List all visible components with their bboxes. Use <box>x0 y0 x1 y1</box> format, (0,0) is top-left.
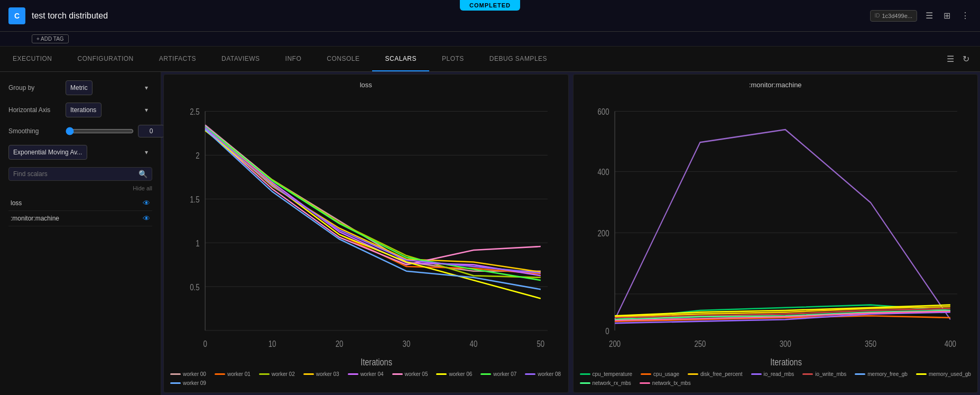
monitor-chart-container: :monitor:machine 600 400 200 <box>573 74 978 393</box>
refresh-icon[interactable]: ↻ <box>960 52 972 66</box>
loss-chart-legend: worker 00 worker 01 worker 02 worker 03 <box>170 371 562 386</box>
legend-worker01: worker 01 <box>215 371 251 377</box>
tab-configuration[interactable]: CONFIGURATION <box>65 47 146 71</box>
smoothing-value-input[interactable] <box>138 125 164 137</box>
loss-chart-body: 2.5 2 1.5 1 0.5 0 10 20 30 40 50 Iterati… <box>170 93 562 367</box>
scalar-name-loss: loss <box>11 199 22 207</box>
tab-icons: ☰ ↻ <box>945 52 980 66</box>
search-icon: 🔍 <box>138 170 147 178</box>
loss-chart-title: loss <box>170 81 562 89</box>
loss-chart-svg: 2.5 2 1.5 1 0.5 0 10 20 30 40 50 Iterati… <box>170 93 562 367</box>
svg-text:0: 0 <box>605 326 609 336</box>
svg-text:400: 400 <box>944 338 956 348</box>
main-layout: Group by Metric Tag None Horizontal Axis… <box>0 72 980 395</box>
status-badge: COMPLETED <box>460 0 520 11</box>
legend-network-tx: network_tx_mbs <box>640 380 691 386</box>
svg-text:300: 300 <box>779 338 791 348</box>
ema-select-wrapper: Exponential Moving Av... None <box>8 145 152 160</box>
legend-memory-used: memory_used_gb <box>916 371 971 377</box>
monitor-chart-legend: cpu_temperature cpu_usage disk_free_perc… <box>580 371 972 386</box>
add-tag-button[interactable]: + ADD TAG <box>32 34 69 43</box>
legend-worker04: worker 04 <box>348 371 384 377</box>
search-row: 🔍 <box>8 167 152 181</box>
tag-row: + ADD TAG <box>0 32 980 47</box>
legend-cpu-usage: cpu_usage <box>641 371 679 377</box>
svg-text:30: 30 <box>403 338 411 348</box>
hide-all-label: Hide all <box>133 185 152 191</box>
horizontal-axis-label: Horizontal Axis <box>8 106 61 114</box>
svg-text:0.5: 0.5 <box>190 282 199 292</box>
top-bar: C test torch distributed COMPLETED ID 1c… <box>0 0 980 32</box>
tab-console[interactable]: CONSOLE <box>314 47 372 71</box>
svg-text:350: 350 <box>865 338 876 348</box>
smoothing-label: Smoothing <box>8 127 61 135</box>
svg-text:40: 40 <box>470 338 478 348</box>
legend-worker08: worker 08 <box>525 371 561 377</box>
scalar-name-monitor: :monitor:machine <box>11 215 59 222</box>
svg-text:2: 2 <box>196 151 199 161</box>
legend-cpu-temp: cpu_temperature <box>580 371 633 377</box>
tab-dataviews[interactable]: DATAVIEWS <box>209 47 273 71</box>
scalar-item-loss[interactable]: loss 👁 <box>8 196 152 211</box>
monitor-chart-title: :monitor:machine <box>580 81 972 89</box>
tab-artifacts[interactable]: ARTIFACTS <box>146 47 209 71</box>
list-view-icon[interactable]: ☰ <box>945 52 956 66</box>
top-bar-actions: ID 1c3d499e... ☰ ⊞ ⋮ <box>870 8 972 23</box>
svg-text:50: 50 <box>537 338 544 348</box>
svg-text:1: 1 <box>196 238 199 248</box>
svg-text:600: 600 <box>597 107 609 117</box>
group-by-select-wrapper: Metric Tag None <box>66 80 152 95</box>
svg-text:250: 250 <box>694 338 706 348</box>
group-by-label: Group by <box>8 84 61 91</box>
horizontal-axis-select-wrapper: Iterations Time Epoch <box>66 103 152 117</box>
ema-select[interactable]: Exponential Moving Av... None <box>8 145 87 160</box>
legend-worker00: worker 00 <box>170 371 206 377</box>
charts-row: loss 2.5 2 1.5 <box>161 72 980 395</box>
tab-execution[interactable]: EXECUTION <box>0 47 65 71</box>
loss-chart-container: loss 2.5 2 1.5 <box>163 74 569 393</box>
app-logo: C <box>8 7 25 24</box>
tab-scalars[interactable]: SCALARS <box>372 47 429 71</box>
legend-worker06: worker 06 <box>436 371 472 377</box>
tab-plots[interactable]: PLOTS <box>429 47 477 71</box>
legend-io-write: io_write_mbs <box>802 371 846 377</box>
svg-text:10: 10 <box>269 338 276 348</box>
group-by-row: Group by Metric Tag None <box>8 80 152 95</box>
horizontal-axis-select[interactable]: Iterations Time Epoch <box>66 103 101 117</box>
group-by-select[interactable]: Metric Tag None <box>66 80 93 95</box>
legend-worker07: worker 07 <box>480 371 516 377</box>
tab-info[interactable]: INFO <box>273 47 315 71</box>
svg-text:Iterations: Iterations <box>360 356 392 367</box>
svg-text:0: 0 <box>203 338 207 348</box>
notes-icon-button[interactable]: ☰ <box>923 8 935 23</box>
legend-io-read: io_read_mbs <box>751 371 794 377</box>
legend-memory-free: memory_free_gb <box>855 371 908 377</box>
legend-worker02: worker 02 <box>259 371 295 377</box>
tab-debug-samples[interactable]: DEBUG SAMPLES <box>477 47 560 71</box>
svg-text:Iterations: Iterations <box>770 356 802 367</box>
menu-icon-button[interactable]: ⋮ <box>959 8 972 23</box>
svg-text:1.5: 1.5 <box>190 194 199 204</box>
smoothing-row: Smoothing <box>8 125 152 137</box>
monitor-chart-svg: 600 400 200 0 200 250 300 350 400 Iterat… <box>580 93 972 367</box>
svg-text:400: 400 <box>597 167 609 177</box>
scalar-item-monitor[interactable]: :monitor:machine 👁 <box>8 211 152 226</box>
hide-all-row: Hide all <box>8 185 152 191</box>
svg-text:2.5: 2.5 <box>190 107 199 117</box>
legend-worker03: worker 03 <box>303 371 339 377</box>
task-id-badge: ID 1c3d499e... <box>870 10 918 22</box>
nav-tabs: EXECUTION CONFIGURATION ARTIFACTS DATAVI… <box>0 47 980 72</box>
smoothing-slider[interactable] <box>66 127 134 135</box>
legend-worker09: worker 09 <box>170 380 206 386</box>
eye-icon-loss[interactable]: 👁 <box>143 199 150 207</box>
image-icon-button[interactable]: ⊞ <box>941 8 953 23</box>
legend-disk-free: disk_free_percent <box>688 371 743 377</box>
search-input[interactable] <box>13 170 138 178</box>
eye-icon-monitor[interactable]: 👁 <box>143 214 150 223</box>
app-title: test torch distributed <box>32 11 108 21</box>
sidebar: Group by Metric Tag None Horizontal Axis… <box>0 72 161 395</box>
legend-network-rx: network_rx_mbs <box>580 380 631 386</box>
id-label: ID <box>875 13 880 19</box>
id-value: 1c3d499e... <box>882 13 913 19</box>
svg-text:200: 200 <box>597 228 609 238</box>
